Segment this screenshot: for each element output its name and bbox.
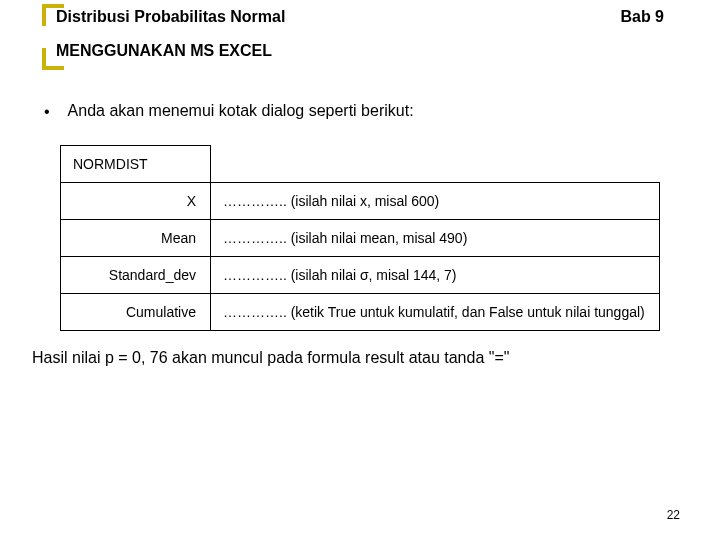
param-label: Cumulative <box>61 294 211 331</box>
table-row: X ………….. (isilah nilai x, misal 600) <box>61 183 660 220</box>
param-value: ………….. (ketik True untuk kumulatif, dan … <box>211 294 660 331</box>
blank-head-cell <box>211 146 660 183</box>
section-heading-wrap: MENGGUNAKAN MS EXCEL <box>42 42 720 68</box>
page-title: Distribusi Probabilitas Normal <box>56 8 285 26</box>
param-value: ………….. (isilah nilai mean, misal 490) <box>211 220 660 257</box>
param-value: ………….. (isilah nilai σ, misal 144, 7) <box>211 257 660 294</box>
bullet-text: Anda akan menemui kotak dialog seperti b… <box>68 102 414 120</box>
corner-decoration-top <box>42 4 64 26</box>
bullet-marker: • <box>44 102 50 121</box>
result-text: Hasil nilai p = 0, 76 akan muncul pada f… <box>32 349 720 367</box>
chapter-label: Bab 9 <box>620 8 664 26</box>
page-number: 22 <box>667 508 680 522</box>
title-bar: Distribusi Probabilitas Normal Bab 9 <box>0 0 720 30</box>
bullet-item: • Anda akan menemui kotak dialog seperti… <box>44 102 720 121</box>
normdist-table: NORMDIST X ………….. (isilah nilai x, misal… <box>60 145 660 331</box>
function-name-cell: NORMDIST <box>61 146 211 183</box>
section-heading: MENGGUNAKAN MS EXCEL <box>42 42 286 68</box>
table-row: Mean ………….. (isilah nilai mean, misal 49… <box>61 220 660 257</box>
param-value: ………….. (isilah nilai x, misal 600) <box>211 183 660 220</box>
param-label: Standard_dev <box>61 257 211 294</box>
param-label: X <box>61 183 211 220</box>
table-row: Standard_dev ………….. (isilah nilai σ, mis… <box>61 257 660 294</box>
corner-decoration-bottom <box>42 48 64 70</box>
param-label: Mean <box>61 220 211 257</box>
table-row: NORMDIST <box>61 146 660 183</box>
table-row: Cumulative ………….. (ketik True untuk kumu… <box>61 294 660 331</box>
